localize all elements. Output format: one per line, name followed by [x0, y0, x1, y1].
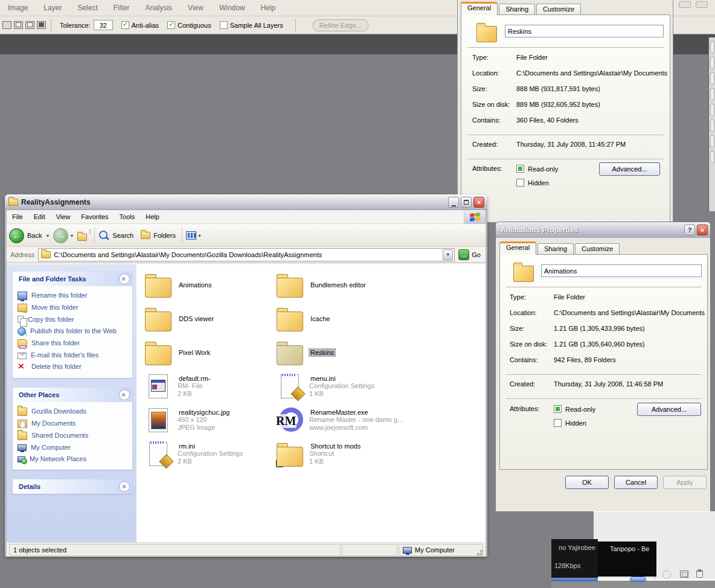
explorer-menu-item[interactable]: File: [7, 213, 28, 220]
file-name[interactable]: RenameMaster.exe: [309, 409, 369, 416]
contiguous-checkbox[interactable]: Contiguous: [167, 21, 211, 29]
file-icon[interactable]: [275, 305, 304, 333]
place-link[interactable]: Gozilla Downloads: [18, 406, 129, 418]
file-name[interactable]: rm.ini: [178, 443, 196, 450]
panel-header[interactable]: Other Places: [13, 388, 132, 402]
readonly-checkbox[interactable]: [516, 165, 524, 173]
task-link[interactable]: Delete this folder: [18, 361, 129, 373]
marquee-new-selection-icon[interactable]: [2, 21, 11, 29]
hidden-checkbox[interactable]: [554, 419, 562, 427]
views-dropdown-icon[interactable]: ▼: [197, 234, 202, 238]
marquee-add-icon[interactable]: [14, 21, 23, 29]
forward-button[interactable]: →: [53, 228, 68, 243]
file-name[interactable]: Shortcut to mods: [309, 443, 362, 450]
file-name[interactable]: Icache: [309, 315, 331, 322]
file-tile[interactable]: Shortcut to mods Shortcut 1 KB: [275, 437, 407, 471]
apply-button[interactable]: Apply: [663, 476, 707, 489]
address-path[interactable]: C:\Documents and Settings\Alastair\My Do…: [54, 251, 440, 258]
task-link[interactable]: Copy this folder: [18, 314, 129, 325]
file-icon[interactable]: [144, 305, 173, 333]
task-link[interactable]: Share this folder: [18, 337, 129, 350]
help-button[interactable]: ?: [684, 225, 695, 235]
file-tile[interactable]: Pixel Work: [144, 336, 275, 369]
place-link[interactable]: Shared Documents: [18, 430, 129, 442]
chevron-up-icon[interactable]: [119, 273, 130, 284]
place-label[interactable]: My Network Places: [30, 455, 86, 463]
place-link[interactable]: My Documents: [18, 418, 129, 430]
file-tile[interactable]: menu.ini Configuration Settings 1 KB: [275, 369, 407, 403]
advanced-button[interactable]: Advanced...: [599, 162, 660, 176]
photoshop-menu-item[interactable]: Window: [211, 4, 253, 12]
file-name[interactable]: Animations: [178, 281, 213, 289]
tab[interactable]: Sharing: [499, 4, 535, 15]
cancel-button[interactable]: Cancel: [614, 476, 658, 489]
readonly-checkbox[interactable]: [554, 405, 562, 413]
place-label[interactable]: My Computer: [31, 444, 71, 452]
explorer-titlebar[interactable]: RealityAssignments ×: [5, 194, 487, 210]
task-label[interactable]: Delete this folder: [31, 363, 82, 371]
folder-name-field[interactable]: [505, 25, 664, 37]
file-icon[interactable]: [149, 408, 168, 432]
hidden-checkbox-row[interactable]: Hidden: [554, 419, 586, 427]
palette-button[interactable]: [696, 1, 708, 8]
explorer-menu-item[interactable]: Tools: [114, 213, 141, 220]
file-name[interactable]: Bundlemesh editor: [309, 281, 367, 289]
forward-dropdown-icon[interactable]: ▼: [69, 234, 74, 238]
panel-header[interactable]: File and Folder Tasks: [13, 272, 132, 286]
file-icon[interactable]: [144, 271, 173, 299]
task-link[interactable]: E-mail this folder's files: [18, 350, 129, 361]
anti-alias-checkbox[interactable]: Anti-alias: [121, 21, 159, 29]
photoshop-menu-item[interactable]: Filter: [106, 4, 138, 12]
hidden-checkbox-row[interactable]: Hidden: [516, 179, 549, 187]
checkbox-box[interactable]: [121, 21, 129, 29]
file-tile[interactable]: Animations: [144, 268, 275, 302]
file-name[interactable]: menu.ini: [309, 375, 337, 382]
task-label[interactable]: E-mail this folder's files: [31, 351, 98, 359]
explorer-menu-item[interactable]: Edit: [28, 213, 51, 220]
back-dropdown-icon[interactable]: ▼: [45, 234, 50, 238]
hidden-checkbox[interactable]: [516, 179, 524, 187]
maximize-button[interactable]: [461, 197, 472, 208]
address-dropdown-button[interactable]: ▼: [443, 249, 453, 260]
search-label[interactable]: Search: [112, 232, 133, 239]
file-tile[interactable]: Reskins: [275, 336, 407, 369]
chevron-up-icon[interactable]: [119, 389, 130, 400]
dialog-titlebar[interactable]: Animations Properties ? ×: [496, 222, 710, 238]
file-icon[interactable]: [275, 440, 304, 468]
slider-handle[interactable]: [630, 577, 646, 582]
marquee-subtract-icon[interactable]: [25, 21, 34, 29]
file-tile[interactable]: rm.ini Configuration Settings 2 KB: [144, 437, 275, 471]
file-name[interactable]: default.rm-: [178, 375, 212, 382]
file-tile[interactable]: DDS viewer: [144, 302, 275, 336]
file-icon[interactable]: [281, 374, 299, 398]
back-button[interactable]: ←: [9, 228, 24, 243]
minimize-button[interactable]: [448, 197, 459, 208]
palette-button[interactable]: [679, 1, 691, 8]
up-button[interactable]: [77, 230, 91, 241]
folders-label[interactable]: Folders: [153, 232, 176, 239]
task-link[interactable]: Move this folder: [18, 302, 129, 314]
task-label[interactable]: Copy this folder: [28, 316, 74, 324]
file-tile[interactable]: Icache: [275, 302, 407, 336]
photoshop-menu-item[interactable]: Analysis: [137, 4, 180, 12]
tab[interactable]: Customize: [575, 243, 620, 255]
back-label[interactable]: Back: [27, 232, 42, 239]
file-tile[interactable]: Bundlemesh editor: [275, 268, 407, 302]
photoshop-menu-item[interactable]: Layer: [36, 4, 69, 12]
readonly-checkbox-row[interactable]: Read-only: [554, 405, 595, 413]
go-icon[interactable]: →: [458, 249, 469, 260]
explorer-menu-item[interactable]: Favorites: [75, 213, 114, 220]
progress-bar[interactable]: [551, 578, 598, 581]
tab[interactable]: General: [499, 241, 536, 255]
file-icon[interactable]: [275, 271, 304, 299]
task-label[interactable]: Rename this folder: [31, 292, 87, 299]
file-name[interactable]: Pixel Work: [178, 349, 211, 356]
chevron-down-icon[interactable]: [119, 481, 130, 492]
resize-grip[interactable]: [480, 553, 483, 555]
panel-header[interactable]: Details: [13, 479, 132, 494]
layer-style-icon[interactable]: [662, 570, 671, 579]
file-icon[interactable]: [149, 442, 167, 466]
folder-name-field[interactable]: [541, 264, 702, 277]
go-label[interactable]: Go: [472, 251, 481, 258]
explorer-menu-item[interactable]: View: [51, 213, 76, 220]
